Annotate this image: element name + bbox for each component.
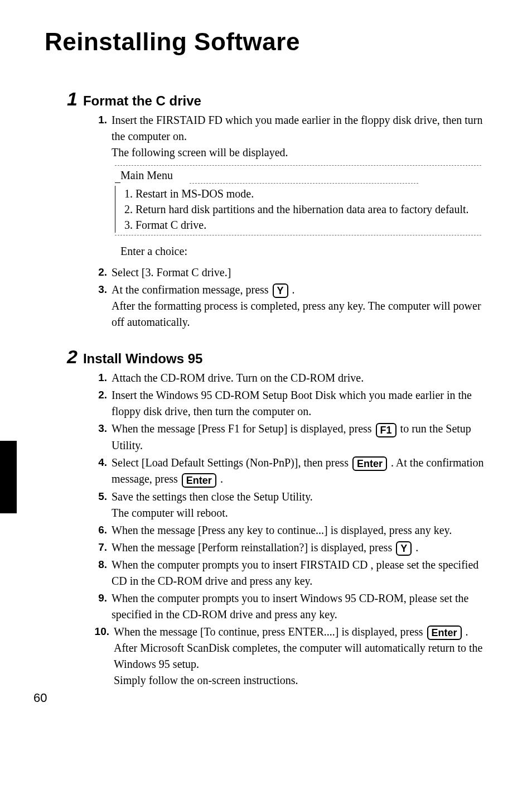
step-text: After the formatting process is complete… — [112, 300, 481, 328]
step: 7. When the message [Perform reinstallat… — [89, 540, 493, 556]
keycap-y: Y — [273, 283, 288, 298]
section-number: 2 — [67, 347, 78, 366]
screen-title: Main Menu — [112, 167, 493, 183]
page-title: Reinstalling Software — [45, 28, 493, 56]
section-title: Format the C drive — [83, 93, 201, 109]
step-body: When the message [To continue, press ENT… — [114, 624, 493, 689]
section-format-c: 1 Format the C drive 1. Insert the FIRST… — [67, 89, 493, 330]
step: 3. At the confirmation message, press Y … — [89, 282, 493, 330]
step-text: . — [463, 625, 468, 638]
step-body: Select [Load Default Settings (Non-PnP)]… — [112, 455, 493, 488]
step-body: Insert the FIRSTAID FD which you made ea… — [112, 112, 493, 263]
step-number: 6. — [89, 522, 112, 538]
step-number: 9. — [89, 590, 112, 623]
page-number: 60 — [33, 691, 47, 705]
section-head: 1 Format the C drive — [67, 89, 493, 109]
keycap-f1: F1 — [376, 423, 396, 437]
step-number: 2. — [89, 264, 112, 281]
step-body: Attach the CD-ROM drive. Turn on the CD-… — [112, 370, 493, 386]
step-text: . — [217, 473, 223, 485]
step-body: When the computer prompts you to insert … — [112, 557, 493, 589]
step-text: The computer will reboot. — [112, 507, 228, 519]
step-number: 1. — [89, 112, 112, 263]
step-text: At the confirmation message, press — [112, 283, 272, 296]
step-body: When the message [Press any key to conti… — [112, 522, 493, 538]
menu-item: 2. Return hard disk partitions and the h… — [124, 201, 493, 217]
step: 2. Insert the Windows 95 CD-ROM Setup Bo… — [89, 387, 493, 420]
step-body: At the confirmation message, press Y . A… — [112, 282, 493, 330]
step: 3. When the message [Press F1 for Setup]… — [89, 421, 493, 453]
page: Reinstalling Software 1 Format the C dri… — [0, 0, 532, 728]
step-text: . — [289, 283, 295, 296]
step-text: When the message [Press F1 for Setup] is… — [112, 422, 375, 435]
section-number: 1 — [67, 89, 78, 108]
step-body: Select [3. Format C drive.] — [112, 264, 493, 281]
step-number: 3. — [89, 421, 112, 453]
divider — [115, 165, 481, 166]
step: 10. When the message [To continue, press… — [89, 624, 493, 689]
step-text: When the message [To continue, press ENT… — [114, 625, 426, 638]
step: 8. When the computer prompts you to inse… — [89, 557, 493, 589]
step-text: Simply follow the on-screen instructions… — [114, 674, 298, 686]
prompt: Enter a choice: — [112, 243, 493, 259]
step: 4. Select [Load Default Settings (Non-Pn… — [89, 455, 493, 488]
section-head: 2 Install Windows 95 — [67, 347, 493, 367]
menu-items: 1. Restart in MS-DOS mode. 2. Return har… — [115, 186, 493, 233]
section-title: Install Windows 95 — [83, 351, 203, 367]
step-body: When the message [Press F1 for Setup] is… — [112, 421, 493, 453]
step: 9. When the computer prompts you to inse… — [89, 590, 493, 623]
menu-item: 1. Restart in MS-DOS mode. — [124, 186, 493, 201]
step-body: When the computer prompts you to insert … — [112, 590, 493, 623]
keycap-enter: Enter — [352, 456, 387, 471]
steps: 1. Attach the CD-ROM drive. Turn on the … — [89, 370, 493, 689]
step-number: 4. — [89, 455, 112, 488]
step: 6. When the message [Press any key to co… — [89, 522, 493, 538]
step: 5. Save the settings then close the Setu… — [89, 489, 493, 521]
screen-display: Main Menu 1. Restart in MS-DOS mode. 2. … — [112, 165, 493, 259]
step-number: 3. — [89, 282, 112, 330]
step-number: 10. — [89, 624, 114, 689]
section-install-win95: 2 Install Windows 95 1. Attach the CD-RO… — [67, 347, 493, 689]
step-number: 1. — [89, 370, 112, 386]
step-body: Save the settings then close the Setup U… — [112, 489, 493, 521]
step-text: When the message [Perform reinstallation… — [112, 541, 395, 554]
step-text: After Microsoft ScanDisk completes, the … — [114, 642, 482, 670]
step: 2. Select [3. Format C drive.] — [89, 264, 493, 281]
keycap-y: Y — [396, 541, 412, 556]
step-text: . — [413, 541, 418, 554]
step-text: The following screen will be displayed. — [112, 146, 288, 158]
step-number: 5. — [89, 489, 112, 521]
step: 1. Insert the FIRSTAID FD which you made… — [89, 112, 493, 263]
divider — [115, 235, 481, 235]
step-text: Select [Load Default Settings (Non-PnP)]… — [112, 456, 351, 469]
step-body: When the message [Perform reinstallation… — [112, 540, 493, 556]
thumb-tab — [0, 441, 17, 513]
step-body: Insert the Windows 95 CD-ROM Setup Boot … — [112, 387, 493, 420]
step-number: 2. — [89, 387, 112, 420]
step: 1. Attach the CD-ROM drive. Turn on the … — [89, 370, 493, 386]
step-number: 8. — [89, 557, 112, 589]
steps: 1. Insert the FIRSTAID FD which you made… — [89, 112, 493, 330]
keycap-enter: Enter — [182, 473, 216, 488]
menu-item: 3. Format C drive. — [124, 217, 493, 233]
keycap-enter: Enter — [427, 625, 462, 640]
step-number: 7. — [89, 540, 112, 556]
step-text: Save the settings then close the Setup U… — [112, 490, 313, 503]
step-text: Insert the FIRSTAID FD which you made ea… — [112, 114, 483, 142]
divider — [190, 183, 418, 184]
